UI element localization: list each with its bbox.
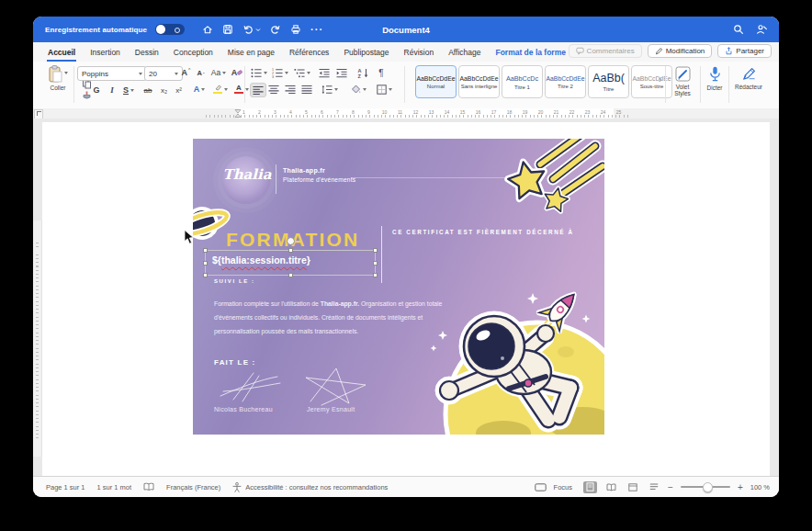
selection-handle[interactable] <box>373 261 378 266</box>
redo-icon[interactable] <box>270 24 281 35</box>
italic-button[interactable]: I <box>107 84 118 96</box>
print-icon[interactable] <box>290 24 301 35</box>
selection-handle[interactable] <box>203 261 208 266</box>
grow-font-button[interactable]: A^ <box>179 66 193 79</box>
text-effects-button[interactable]: A <box>189 83 209 96</box>
zoom-slider[interactable] <box>681 486 730 488</box>
read-mode-view-button[interactable] <box>604 481 618 493</box>
style-card[interactable]: AaBb( Titre <box>588 65 629 98</box>
proofing-icon[interactable] <box>143 482 154 491</box>
selection-handle[interactable] <box>203 248 208 253</box>
zoom-out-button[interactable]: − <box>668 482 673 492</box>
shading-button[interactable] <box>348 83 368 96</box>
highlight-button[interactable] <box>210 83 231 96</box>
font-size-select[interactable]: 20 <box>144 66 183 81</box>
language-indicator[interactable]: Français (France) <box>166 483 220 491</box>
page-count[interactable]: Page 1 sur 1 <box>46 483 85 491</box>
comments-button[interactable]: Commentaires <box>569 44 642 58</box>
eraser-icon <box>237 70 242 75</box>
style-label: Titre <box>603 86 615 92</box>
style-card[interactable]: AaBbCcDc Titre 1 <box>502 65 543 98</box>
bullet-list-button[interactable] <box>250 66 268 79</box>
account-icon[interactable] <box>756 24 768 35</box>
justify-button[interactable] <box>299 83 314 96</box>
decrease-indent-button[interactable] <box>317 66 332 79</box>
ribbon-tab[interactable]: Révision <box>397 42 442 62</box>
subscript-button[interactable]: x₂ <box>157 84 171 96</box>
more-commands-icon[interactable]: ··· <box>310 27 323 32</box>
document-canvas[interactable]: Thalia Thalia-app.fr Plateforme d'événem… <box>33 119 779 477</box>
web-layout-view-button[interactable] <box>626 481 639 493</box>
selection-handle[interactable] <box>288 273 293 277</box>
styles-pane-button[interactable]: Volet Styles <box>668 66 697 96</box>
show-paragraph-marks-button[interactable]: ¶ <box>375 66 388 79</box>
autosave-toggle[interactable] <box>155 24 185 35</box>
style-card[interactable]: AaBbCcDdEe Normal <box>415 65 457 98</box>
strikethrough-button[interactable]: ab <box>141 84 155 96</box>
draft-view-button[interactable] <box>647 481 660 493</box>
style-label: Titre 2 <box>558 84 573 89</box>
sort-button[interactable]: AZ <box>355 66 371 79</box>
paste-button[interactable]: Coller <box>40 65 75 91</box>
dictate-button[interactable]: Dicter <box>703 66 727 91</box>
search-icon[interactable] <box>733 24 744 35</box>
ribbon-tab[interactable]: Conception <box>166 42 220 62</box>
rotation-handle[interactable] <box>287 237 295 245</box>
editing-mode-button[interactable]: Modification <box>648 44 713 58</box>
undo-dropdown-icon[interactable] <box>255 28 261 32</box>
print-layout-view-button[interactable] <box>583 481 597 493</box>
focus-mode-toggle[interactable]: Focus <box>554 483 572 491</box>
editor-button[interactable]: Rédacteur <box>731 66 766 90</box>
ribbon-tab[interactable]: Insertion <box>83 42 128 62</box>
styles-gallery-more-button[interactable]: › <box>659 74 661 85</box>
selection-handle[interactable] <box>203 273 208 277</box>
style-card[interactable]: AaBbCcDdEe Titre 2 <box>545 65 586 98</box>
merge-field-textbox[interactable]: ${thalia:session.titre} <box>205 250 376 276</box>
ribbon-tab[interactable]: Mise en page <box>220 42 282 62</box>
numbered-list-button[interactable]: 123 <box>271 66 289 79</box>
selection-handle[interactable] <box>288 248 293 253</box>
selection-handle[interactable] <box>373 273 378 277</box>
underline-button[interactable]: S <box>119 84 138 96</box>
indent-marker[interactable] <box>234 109 242 118</box>
clear-formatting-button[interactable]: A <box>230 66 244 79</box>
increase-indent-button[interactable] <box>334 66 349 79</box>
vertical-ruler[interactable] <box>33 220 42 457</box>
ribbon-tab[interactable]: Publipostage <box>336 42 396 62</box>
align-left-button[interactable] <box>250 83 266 97</box>
brand-tagline: Plateforme d'événements <box>283 176 355 183</box>
zoom-in-button[interactable]: + <box>738 482 743 492</box>
zoom-slider-thumb[interactable] <box>703 482 713 492</box>
font-name-select[interactable]: Poppins <box>77 66 147 81</box>
save-icon[interactable] <box>222 24 233 35</box>
style-card[interactable]: AaBbCcDdEe Sans interligne <box>458 65 500 98</box>
borders-button[interactable] <box>374 83 394 96</box>
accessibility-status[interactable]: Accessibilité : consultez nos recommanda… <box>245 483 388 491</box>
multilevel-list-button[interactable] <box>292 66 312 79</box>
align-center-button[interactable] <box>266 83 281 96</box>
line-spacing-button[interactable] <box>320 83 340 96</box>
superscript-button[interactable]: x² <box>172 84 186 96</box>
shrink-font-button[interactable]: Aˇ <box>195 66 207 79</box>
style-label: Sans interligne <box>461 84 498 89</box>
change-case-button[interactable]: Aa <box>209 66 228 79</box>
ribbon-tab[interactable]: Format de la forme <box>488 42 573 62</box>
certificate-image[interactable]: Thalia Thalia-app.fr Plateforme d'événem… <box>193 139 604 435</box>
ribbon-tab[interactable]: Accueil <box>40 42 83 62</box>
style-preview: AaBb( <box>592 72 625 85</box>
undo-icon[interactable] <box>242 24 254 35</box>
share-button[interactable]: Partager <box>717 44 772 58</box>
saturn-icon <box>193 198 231 251</box>
align-right-button[interactable] <box>283 83 298 96</box>
bold-button[interactable]: G <box>90 84 103 96</box>
ribbon-tab[interactable]: Affichage <box>441 42 488 62</box>
ribbon-tab[interactable]: Références <box>282 42 336 62</box>
style-card[interactable]: AaBbCcDdEe Sous-titre <box>631 65 672 98</box>
home-icon[interactable] <box>202 24 213 35</box>
zoom-level[interactable]: 100 % <box>750 483 770 491</box>
word-count[interactable]: 1 sur 1 mot <box>97 483 132 491</box>
ribbon-tab[interactable]: Dessin <box>128 42 166 62</box>
font-color-button[interactable]: A <box>232 83 251 96</box>
selection-handle[interactable] <box>373 248 378 253</box>
signature-2 <box>301 365 371 407</box>
